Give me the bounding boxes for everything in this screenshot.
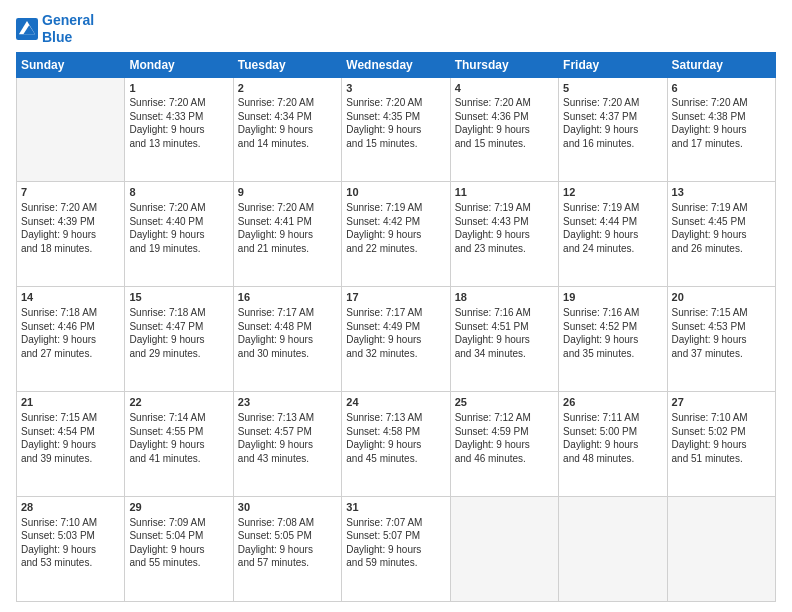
calendar-day-cell: 16Sunrise: 7:17 AMSunset: 4:48 PMDayligh…	[233, 287, 341, 392]
day-info: Sunrise: 7:09 AMSunset: 5:04 PMDaylight:…	[129, 516, 228, 570]
day-info: Sunrise: 7:19 AMSunset: 4:42 PMDaylight:…	[346, 201, 445, 255]
day-number: 5	[563, 81, 662, 96]
day-info: Sunrise: 7:20 AMSunset: 4:35 PMDaylight:…	[346, 96, 445, 150]
calendar-day-cell	[450, 497, 558, 602]
calendar-day-cell: 22Sunrise: 7:14 AMSunset: 4:55 PMDayligh…	[125, 392, 233, 497]
day-info: Sunrise: 7:19 AMSunset: 4:44 PMDaylight:…	[563, 201, 662, 255]
day-info: Sunrise: 7:17 AMSunset: 4:48 PMDaylight:…	[238, 306, 337, 360]
day-number: 18	[455, 290, 554, 305]
day-number: 19	[563, 290, 662, 305]
day-number: 7	[21, 185, 120, 200]
calendar-day-cell: 13Sunrise: 7:19 AMSunset: 4:45 PMDayligh…	[667, 182, 775, 287]
day-info: Sunrise: 7:18 AMSunset: 4:46 PMDaylight:…	[21, 306, 120, 360]
day-info: Sunrise: 7:20 AMSunset: 4:38 PMDaylight:…	[672, 96, 771, 150]
calendar-day-cell: 29Sunrise: 7:09 AMSunset: 5:04 PMDayligh…	[125, 497, 233, 602]
day-number: 10	[346, 185, 445, 200]
day-info: Sunrise: 7:10 AMSunset: 5:02 PMDaylight:…	[672, 411, 771, 465]
calendar-week-row: 28Sunrise: 7:10 AMSunset: 5:03 PMDayligh…	[17, 497, 776, 602]
day-number: 24	[346, 395, 445, 410]
calendar-day-cell: 8Sunrise: 7:20 AMSunset: 4:40 PMDaylight…	[125, 182, 233, 287]
weekday-cell: Friday	[559, 52, 667, 77]
page: General Blue SundayMondayTuesdayWednesda…	[0, 0, 792, 612]
calendar-day-cell: 27Sunrise: 7:10 AMSunset: 5:02 PMDayligh…	[667, 392, 775, 497]
calendar-day-cell: 11Sunrise: 7:19 AMSunset: 4:43 PMDayligh…	[450, 182, 558, 287]
calendar-day-cell: 18Sunrise: 7:16 AMSunset: 4:51 PMDayligh…	[450, 287, 558, 392]
calendar-day-cell: 4Sunrise: 7:20 AMSunset: 4:36 PMDaylight…	[450, 77, 558, 182]
calendar-day-cell	[559, 497, 667, 602]
logo-text: General Blue	[42, 12, 94, 46]
day-info: Sunrise: 7:13 AMSunset: 4:58 PMDaylight:…	[346, 411, 445, 465]
calendar-day-cell: 23Sunrise: 7:13 AMSunset: 4:57 PMDayligh…	[233, 392, 341, 497]
day-number: 21	[21, 395, 120, 410]
weekday-cell: Thursday	[450, 52, 558, 77]
day-info: Sunrise: 7:13 AMSunset: 4:57 PMDaylight:…	[238, 411, 337, 465]
day-number: 12	[563, 185, 662, 200]
calendar-day-cell: 21Sunrise: 7:15 AMSunset: 4:54 PMDayligh…	[17, 392, 125, 497]
calendar-day-cell: 6Sunrise: 7:20 AMSunset: 4:38 PMDaylight…	[667, 77, 775, 182]
day-number: 13	[672, 185, 771, 200]
day-number: 17	[346, 290, 445, 305]
day-number: 31	[346, 500, 445, 515]
day-info: Sunrise: 7:11 AMSunset: 5:00 PMDaylight:…	[563, 411, 662, 465]
day-info: Sunrise: 7:15 AMSunset: 4:53 PMDaylight:…	[672, 306, 771, 360]
day-number: 27	[672, 395, 771, 410]
weekday-cell: Tuesday	[233, 52, 341, 77]
calendar: SundayMondayTuesdayWednesdayThursdayFrid…	[16, 52, 776, 602]
day-number: 22	[129, 395, 228, 410]
calendar-day-cell: 5Sunrise: 7:20 AMSunset: 4:37 PMDaylight…	[559, 77, 667, 182]
day-number: 29	[129, 500, 228, 515]
day-info: Sunrise: 7:20 AMSunset: 4:33 PMDaylight:…	[129, 96, 228, 150]
day-info: Sunrise: 7:20 AMSunset: 4:34 PMDaylight:…	[238, 96, 337, 150]
logo-icon	[16, 18, 38, 40]
calendar-day-cell: 15Sunrise: 7:18 AMSunset: 4:47 PMDayligh…	[125, 287, 233, 392]
calendar-day-cell	[17, 77, 125, 182]
logo: General Blue	[16, 12, 94, 46]
calendar-day-cell	[667, 497, 775, 602]
weekday-cell: Monday	[125, 52, 233, 77]
calendar-day-cell: 25Sunrise: 7:12 AMSunset: 4:59 PMDayligh…	[450, 392, 558, 497]
calendar-day-cell: 28Sunrise: 7:10 AMSunset: 5:03 PMDayligh…	[17, 497, 125, 602]
day-number: 3	[346, 81, 445, 96]
calendar-day-cell: 20Sunrise: 7:15 AMSunset: 4:53 PMDayligh…	[667, 287, 775, 392]
day-info: Sunrise: 7:20 AMSunset: 4:36 PMDaylight:…	[455, 96, 554, 150]
day-number: 4	[455, 81, 554, 96]
calendar-day-cell: 9Sunrise: 7:20 AMSunset: 4:41 PMDaylight…	[233, 182, 341, 287]
day-number: 15	[129, 290, 228, 305]
day-number: 9	[238, 185, 337, 200]
calendar-week-row: 1Sunrise: 7:20 AMSunset: 4:33 PMDaylight…	[17, 77, 776, 182]
calendar-week-row: 14Sunrise: 7:18 AMSunset: 4:46 PMDayligh…	[17, 287, 776, 392]
day-info: Sunrise: 7:19 AMSunset: 4:43 PMDaylight:…	[455, 201, 554, 255]
calendar-day-cell: 26Sunrise: 7:11 AMSunset: 5:00 PMDayligh…	[559, 392, 667, 497]
day-info: Sunrise: 7:19 AMSunset: 4:45 PMDaylight:…	[672, 201, 771, 255]
day-number: 16	[238, 290, 337, 305]
calendar-day-cell: 2Sunrise: 7:20 AMSunset: 4:34 PMDaylight…	[233, 77, 341, 182]
calendar-day-cell: 7Sunrise: 7:20 AMSunset: 4:39 PMDaylight…	[17, 182, 125, 287]
day-info: Sunrise: 7:10 AMSunset: 5:03 PMDaylight:…	[21, 516, 120, 570]
day-number: 1	[129, 81, 228, 96]
calendar-day-cell: 19Sunrise: 7:16 AMSunset: 4:52 PMDayligh…	[559, 287, 667, 392]
calendar-day-cell: 30Sunrise: 7:08 AMSunset: 5:05 PMDayligh…	[233, 497, 341, 602]
calendar-day-cell: 10Sunrise: 7:19 AMSunset: 4:42 PMDayligh…	[342, 182, 450, 287]
weekday-cell: Sunday	[17, 52, 125, 77]
day-info: Sunrise: 7:16 AMSunset: 4:52 PMDaylight:…	[563, 306, 662, 360]
day-number: 28	[21, 500, 120, 515]
day-info: Sunrise: 7:20 AMSunset: 4:37 PMDaylight:…	[563, 96, 662, 150]
day-info: Sunrise: 7:16 AMSunset: 4:51 PMDaylight:…	[455, 306, 554, 360]
day-number: 23	[238, 395, 337, 410]
weekday-header: SundayMondayTuesdayWednesdayThursdayFrid…	[17, 52, 776, 77]
day-info: Sunrise: 7:20 AMSunset: 4:41 PMDaylight:…	[238, 201, 337, 255]
calendar-day-cell: 1Sunrise: 7:20 AMSunset: 4:33 PMDaylight…	[125, 77, 233, 182]
calendar-week-row: 7Sunrise: 7:20 AMSunset: 4:39 PMDaylight…	[17, 182, 776, 287]
day-info: Sunrise: 7:15 AMSunset: 4:54 PMDaylight:…	[21, 411, 120, 465]
calendar-day-cell: 14Sunrise: 7:18 AMSunset: 4:46 PMDayligh…	[17, 287, 125, 392]
day-number: 20	[672, 290, 771, 305]
day-info: Sunrise: 7:17 AMSunset: 4:49 PMDaylight:…	[346, 306, 445, 360]
day-number: 2	[238, 81, 337, 96]
calendar-body: 1Sunrise: 7:20 AMSunset: 4:33 PMDaylight…	[17, 77, 776, 601]
calendar-week-row: 21Sunrise: 7:15 AMSunset: 4:54 PMDayligh…	[17, 392, 776, 497]
day-info: Sunrise: 7:20 AMSunset: 4:40 PMDaylight:…	[129, 201, 228, 255]
header: General Blue	[16, 12, 776, 46]
day-info: Sunrise: 7:18 AMSunset: 4:47 PMDaylight:…	[129, 306, 228, 360]
day-number: 11	[455, 185, 554, 200]
calendar-day-cell: 17Sunrise: 7:17 AMSunset: 4:49 PMDayligh…	[342, 287, 450, 392]
